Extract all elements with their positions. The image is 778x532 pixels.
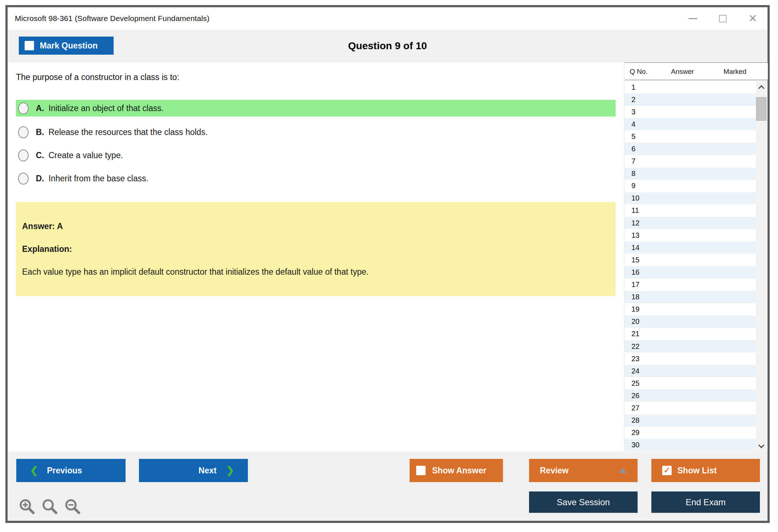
question-number: 24	[625, 367, 639, 375]
question-number: 26	[625, 392, 639, 400]
mark-question-checkbox[interactable]	[25, 41, 34, 50]
end-exam-label: End Exam	[686, 497, 726, 507]
scroll-up-button[interactable]	[756, 81, 767, 93]
table-row[interactable]: 15	[625, 254, 756, 266]
zoom-reset-icon[interactable]	[41, 498, 59, 517]
question-panel: The purpose of a constructor in a class …	[8, 62, 624, 452]
table-row[interactable]: 17	[625, 279, 756, 291]
table-row[interactable]: 1	[625, 81, 756, 93]
option-letter: B.	[36, 127, 44, 137]
table-row[interactable]: 25	[625, 377, 756, 389]
question-number: 10	[625, 194, 639, 202]
show-list-button[interactable]: ✓ Show List	[651, 459, 760, 482]
table-row[interactable]: 12	[625, 217, 756, 229]
option-text: Inherit from the base class.	[48, 174, 148, 183]
zoom-in-icon[interactable]	[18, 498, 36, 517]
table-row[interactable]: 2	[625, 93, 756, 106]
answer-option[interactable]: B. Release the resources that the class …	[16, 124, 616, 140]
table-row[interactable]: 5	[625, 130, 756, 143]
table-row[interactable]: 6	[625, 143, 756, 155]
table-row[interactable]: 20	[625, 316, 756, 328]
scroll-down-button[interactable]	[756, 440, 767, 452]
question-number: 2	[625, 96, 635, 104]
scroll-up-icon	[758, 85, 765, 91]
table-row[interactable]: 9	[625, 180, 756, 192]
table-row[interactable]: 22	[625, 340, 756, 352]
mark-question-button[interactable]: Mark Question	[19, 37, 114, 55]
table-row[interactable]: 3	[625, 106, 756, 118]
question-number: 6	[625, 145, 635, 153]
question-number: 3	[625, 108, 635, 116]
app-window: Microsoft 98-361 (Software Development F…	[5, 5, 770, 523]
collapse-arrow-icon	[619, 468, 627, 473]
title-bar: Microsoft 98-361 (Software Development F…	[8, 7, 768, 30]
maximize-icon	[719, 15, 727, 22]
review-button[interactable]: Review	[529, 459, 638, 482]
radio-button-icon[interactable]	[18, 173, 29, 185]
table-row[interactable]: 27	[625, 402, 756, 414]
question-number: 8	[625, 169, 635, 178]
table-row[interactable]: 10	[625, 192, 756, 204]
table-row[interactable]: 30	[625, 439, 756, 451]
answer-option[interactable]: D. Inherit from the base class.	[16, 170, 616, 187]
option-text: Create a value type.	[48, 151, 123, 160]
show-list-checkbox[interactable]: ✓	[662, 466, 672, 475]
column-header-answer: Answer	[659, 68, 706, 76]
maximize-button[interactable]	[719, 15, 727, 22]
scrollbar-thumb[interactable]	[756, 97, 767, 121]
radio-button-icon[interactable]	[18, 149, 29, 161]
answer-option[interactable]: A. Initialize an object of that class.	[16, 100, 616, 117]
minimize-icon	[689, 18, 697, 19]
close-button[interactable]: ✕	[748, 13, 757, 24]
table-row[interactable]: 28	[625, 414, 756, 427]
table-row[interactable]: 4	[625, 118, 756, 130]
question-number: 4	[625, 120, 635, 128]
radio-button-icon[interactable]	[18, 102, 29, 114]
table-row[interactable]: 11	[625, 204, 756, 217]
option-letter: A.	[36, 104, 44, 113]
table-row[interactable]: 23	[625, 352, 756, 365]
question-number: 23	[625, 355, 639, 363]
table-row[interactable]: 18	[625, 291, 756, 303]
radio-button-icon[interactable]	[18, 126, 29, 138]
table-row[interactable]: 8	[625, 168, 756, 180]
bottom-toolbar: ❮ Previous Next ❯ Show Answer Review ✓ S…	[8, 452, 768, 521]
question-number: 30	[625, 441, 639, 449]
table-row[interactable]: 16	[625, 266, 756, 278]
option-letter: D.	[36, 174, 44, 183]
question-list-panel: Q No. Answer Marked 12345678910111213141…	[624, 62, 768, 452]
question-number: 18	[625, 293, 639, 301]
chevron-right-icon: ❯	[226, 466, 234, 476]
question-number: 17	[625, 280, 639, 289]
option-letter: C.	[36, 151, 44, 160]
question-number: 7	[625, 157, 635, 165]
question-number: 28	[625, 416, 639, 425]
show-answer-button[interactable]: Show Answer	[410, 459, 503, 482]
minimize-button[interactable]	[689, 18, 697, 19]
zoom-controls	[18, 498, 81, 517]
show-answer-checkbox[interactable]	[416, 466, 426, 475]
table-row[interactable]: 21	[625, 328, 756, 340]
window-controls: ✕	[689, 7, 757, 30]
question-text: The purpose of a constructor in a class …	[16, 72, 179, 82]
question-number: 15	[625, 256, 639, 264]
scrollbar[interactable]	[756, 81, 767, 452]
save-session-button[interactable]: Save Session	[529, 491, 638, 513]
window-title: Microsoft 98-361 (Software Development F…	[15, 14, 210, 23]
table-row[interactable]: 13	[625, 229, 756, 241]
table-row[interactable]: 29	[625, 427, 756, 439]
end-exam-button[interactable]: End Exam	[651, 491, 760, 513]
chevron-left-icon: ❮	[30, 466, 38, 476]
explanation-text: Each value type has an implicit default …	[22, 267, 608, 277]
answer-option[interactable]: C. Create a value type.	[16, 147, 616, 164]
zoom-out-icon[interactable]	[64, 498, 81, 517]
question-number: 25	[625, 379, 639, 388]
table-row[interactable]: 24	[625, 365, 756, 377]
next-button[interactable]: Next ❯	[139, 459, 248, 482]
question-number: 1	[625, 83, 635, 92]
table-row[interactable]: 7	[625, 155, 756, 168]
table-row[interactable]: 19	[625, 303, 756, 316]
previous-button[interactable]: ❮ Previous	[16, 459, 126, 482]
table-row[interactable]: 14	[625, 241, 756, 254]
table-row[interactable]: 26	[625, 389, 756, 402]
